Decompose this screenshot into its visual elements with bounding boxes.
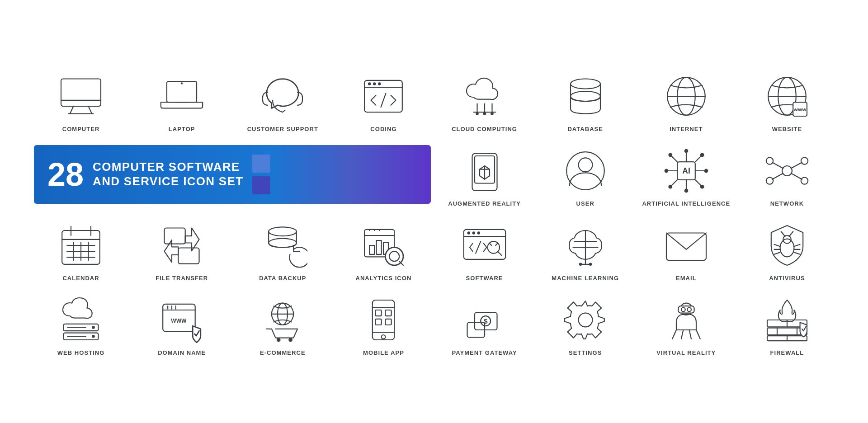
svg-point-22 [491,112,494,115]
analytics-label: ANALYTICS ICON [356,275,412,282]
svg-rect-75 [178,248,199,264]
icon-cell-email: EMAIL [637,214,736,284]
svg-rect-150 [678,306,694,313]
icon-cell-augmented-reality: AUGMENTED REALITY [435,139,534,209]
machine-learning-label: MACHINE LEARNING [552,275,619,282]
banner-number: 28 [47,158,84,191]
svg-text:WWW: WWW [171,318,187,324]
svg-line-2 [89,106,92,114]
icon-cell-virtual-reality: VIRTUAL REALITY [637,288,736,358]
icon-cell-mobile-app: MOBILE APP [334,288,433,358]
svg-point-56 [766,157,773,164]
cloud-computing-label: CLOUD COMPUTING [452,126,517,132]
svg-line-98 [495,244,497,245]
svg-line-63 [791,174,802,179]
icon-cell-antivirus: ANTIVIRUS [738,214,836,284]
svg-point-76 [269,227,297,236]
svg-point-109 [780,239,794,257]
svg-point-11 [373,82,376,85]
cloud-computing-icon [460,71,509,121]
svg-point-44 [664,169,668,173]
svg-line-118 [794,252,800,254]
icon-cell-coding: CODING [334,65,433,135]
laptop-label: LAPTOP [169,126,195,132]
icon-cell-file-transfer: FILE TRANSFER [132,214,231,284]
svg-point-59 [801,177,808,184]
svg-line-111 [781,231,785,236]
svg-point-93 [477,231,480,235]
icon-cell-data-backup: DATA BACKUP [233,214,332,284]
icon-cell-firewall: FIREWALL [738,288,836,358]
svg-point-24 [571,91,600,101]
data-backup-label: DATA BACKUP [259,275,306,282]
svg-point-92 [472,231,475,235]
computer-icon [56,71,106,121]
svg-rect-143 [386,319,392,325]
svg-point-122 [92,335,95,338]
web-hosting-icon [56,295,106,345]
icon-cell-ai: AI [637,139,736,209]
email-label: EMAIL [676,275,697,282]
svg-line-62 [772,174,783,179]
svg-line-94 [476,241,481,253]
machine-learning-icon [561,221,610,270]
svg-line-51 [671,180,677,186]
icon-cell-laptop: LAPTOP [132,65,231,135]
e-commerce-icon [258,295,307,345]
network-label: NETWORK [770,200,804,207]
svg-line-115 [774,252,780,254]
svg-line-53 [695,180,701,186]
svg-line-153 [672,330,676,339]
icon-cell-software: SOFTWARE [435,214,534,284]
banner: 28 COMPUTER SOFTWARE AND SERVICE ICON SE… [34,145,431,204]
svg-point-50 [700,153,704,157]
svg-line-1 [70,106,74,114]
svg-rect-141 [386,310,392,316]
virtual-reality-icon [661,295,711,345]
svg-rect-142 [376,319,382,325]
database-label: DATABASE [567,126,603,132]
artificial-intelligence-icon: AI [661,146,711,196]
svg-point-121 [92,326,95,329]
payment-gateway-label: PAYMENT GATEWAY [452,349,517,356]
svg-point-107 [589,263,592,266]
svg-rect-83 [370,245,375,254]
icon-cell-website: WWW WEBSITE [738,65,836,135]
svg-point-36 [578,158,592,172]
computer-label: COMPUTER [62,126,100,132]
svg-point-139 [382,335,386,339]
row-4: WEB HOSTING WWW DOMAIN NAME [32,288,836,358]
svg-point-10 [368,82,371,85]
svg-line-154 [696,330,700,339]
svg-point-55 [782,166,792,176]
icon-cell-database: DATABASE [536,65,635,135]
svg-line-13 [381,93,386,107]
svg-rect-140 [376,310,382,316]
data-backup-icon [258,221,307,270]
laptop-icon [157,71,207,121]
row-3: CALENDAR FILE TRANSFER [32,214,836,284]
svg-point-42 [684,189,688,193]
svg-point-52 [668,185,672,189]
svg-line-96 [497,251,501,255]
svg-point-46 [704,169,708,173]
svg-point-21 [483,112,486,115]
payment-gateway-icon: $ [460,295,509,345]
svg-point-57 [801,157,808,164]
svg-point-6 [181,82,183,84]
svg-point-106 [579,263,582,266]
svg-point-48 [668,153,672,157]
user-icon [561,146,610,196]
internet-label: INTERNET [670,126,703,132]
firewall-label: FIREWALL [770,349,804,356]
icon-cell-analytics: ANALYTICS ICON [334,214,433,284]
website-label: WEBSITE [772,126,802,132]
svg-rect-108 [666,233,706,261]
icon-cell-internet: INTERNET [637,65,736,135]
svg-rect-0 [61,79,101,107]
banner-text: COMPUTER SOFTWARE AND SERVICE ICON SET [93,160,243,188]
augmented-reality-icon [460,146,509,196]
firewall-icon [762,295,812,345]
network-icon [762,146,812,196]
svg-point-135 [289,338,293,342]
